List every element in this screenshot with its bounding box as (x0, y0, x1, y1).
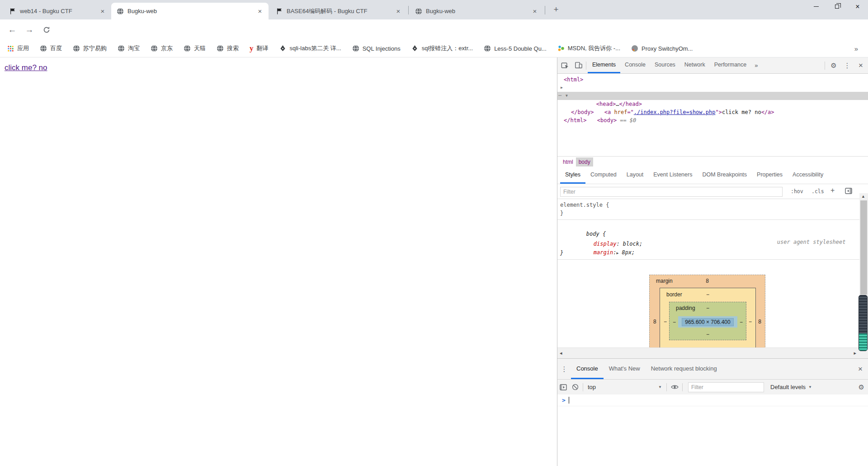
tab-event-listeners[interactable]: Event Listeners (648, 167, 697, 184)
toggle-sidebar-icon[interactable] (845, 188, 852, 195)
new-style-rule-icon[interactable]: + (830, 186, 835, 195)
tab-web14[interactable]: web14 - Bugku CTF × (4, 3, 111, 19)
border-left-value[interactable]: − (664, 319, 667, 325)
close-window-button[interactable]: × (847, 0, 868, 13)
bookmark-msdn[interactable]: MSDN, 我告诉你 -... (557, 44, 620, 52)
tab-console[interactable]: Console (620, 57, 650, 73)
tab-elements[interactable]: Elements (588, 57, 620, 73)
border-right-value[interactable]: − (749, 319, 752, 325)
box-model-content[interactable]: 965.600 × 706.400 (678, 316, 737, 328)
tree-row-body-close[interactable]: </body> (557, 108, 868, 116)
scrollbar-thumb[interactable] (860, 200, 867, 295)
bookmark-search[interactable]: 搜索 (217, 44, 239, 52)
box-model-padding[interactable]: padding − − − − 965.600 × 706.400 (669, 302, 746, 340)
cls-toggle[interactable]: .cls (811, 188, 824, 195)
tab-close-icon[interactable]: × (99, 7, 107, 15)
minimize-button[interactable] (806, 0, 826, 13)
drawer-tab-console[interactable]: Console (571, 359, 604, 379)
padding-right-value[interactable]: − (740, 319, 743, 325)
tab-layout[interactable]: Layout (622, 167, 649, 184)
drawer-menu-icon[interactable]: ⋮ (557, 365, 571, 373)
styles-filter-input[interactable] (560, 187, 783, 197)
body-rule-selector[interactable]: body { user agent stylesheet (560, 222, 859, 230)
new-tab-button[interactable]: + (550, 4, 562, 16)
devtools-close-icon[interactable]: × (854, 60, 867, 71)
back-button[interactable]: ← (5, 23, 19, 37)
box-model-margin[interactable]: margin 8 8 8 border − − − padding − − − … (649, 275, 765, 347)
css-prop-margin[interactable]: margin:▶ 8px; (567, 240, 635, 248)
more-tabs-icon[interactable]: » (751, 62, 761, 69)
apps-shortcut[interactable]: 应用 (7, 44, 29, 52)
reload-button[interactable] (40, 23, 53, 37)
live-expression-eye-icon[interactable] (669, 384, 680, 390)
console-prompt-row[interactable]: > (557, 395, 868, 406)
drawer-tab-whats-new[interactable]: What's New (604, 359, 646, 379)
tab-properties[interactable]: Properties (752, 167, 788, 184)
bookmark-suning[interactable]: 苏宁易购 (73, 44, 107, 52)
clear-console-icon[interactable] (569, 384, 581, 390)
tab-sources[interactable]: Sources (650, 57, 680, 73)
tab-close-icon[interactable]: × (256, 7, 264, 15)
tab-close-icon[interactable]: × (531, 7, 539, 15)
bookmark-taobao[interactable]: 淘宝 (118, 44, 140, 52)
gutter-dots-icon[interactable]: … (558, 90, 561, 98)
tree-row-head[interactable]: ▶ <head>…</head> (557, 84, 868, 92)
crumb-body[interactable]: body (576, 157, 593, 166)
tree-row-html-close[interactable]: </html> (557, 116, 868, 124)
crumb-html[interactable]: html (560, 157, 576, 166)
console-output-area[interactable]: > (557, 395, 868, 466)
scroll-up-icon[interactable]: ▲ (861, 194, 865, 199)
element-style-rule[interactable]: element.style { (560, 201, 609, 209)
bookmark-translate[interactable]: y 翻译 (250, 44, 269, 52)
margin-right-value[interactable]: 8 (758, 319, 761, 325)
bookmarks-overflow-icon[interactable]: » (854, 45, 858, 52)
scroll-left-icon[interactable]: ◂ (560, 350, 562, 356)
css-prop-display[interactable]: display: block; (567, 232, 642, 240)
bookmark-sql-error-injection[interactable]: sql报错注入：extr... (411, 44, 473, 52)
drawer-tab-network-blocking[interactable]: Network request blocking (646, 359, 722, 379)
bookmark-tmall[interactable]: 天猫 (184, 44, 206, 52)
tree-row-anchor[interactable]: <a href="./index.php?file=show.php">clic… (557, 100, 868, 108)
tab-performance[interactable]: Performance (710, 57, 751, 73)
tree-row-body-selected[interactable]: … ▼ <body>== $0 (557, 92, 868, 100)
tree-row-html-open[interactable]: <html> (557, 76, 868, 84)
margin-top-value[interactable]: 8 (706, 278, 709, 284)
bookmark-less5[interactable]: Less-5 Double Qu... (484, 45, 547, 52)
bookmark-sql-injections[interactable]: SQL Injections (352, 45, 401, 52)
log-levels-dropdown[interactable]: Default levels ▼ (768, 384, 815, 390)
devtools-menu-icon[interactable]: ⋮ (841, 60, 854, 71)
padding-left-value[interactable]: − (673, 319, 676, 325)
styles-horizontal-scrollbar[interactable]: ◂ ▸ (557, 347, 868, 358)
page-link-click-me[interactable]: click me? no (5, 63, 47, 72)
device-toolbar-icon[interactable] (572, 60, 585, 71)
tab-accessibility[interactable]: Accessibility (788, 167, 828, 184)
console-filter-input[interactable] (688, 382, 764, 392)
scroll-right-icon[interactable]: ▸ (854, 350, 856, 356)
console-settings-icon[interactable]: ⚙ (859, 383, 868, 391)
tab-dom-breakpoints[interactable]: DOM Breakpoints (697, 167, 752, 184)
restore-button[interactable] (826, 0, 847, 13)
tab-styles[interactable]: Styles (560, 167, 585, 184)
inspect-element-icon[interactable] (558, 60, 571, 71)
margin-left-value[interactable]: 8 (653, 319, 656, 325)
drawer-close-icon[interactable]: × (858, 365, 868, 374)
bookmark-jd[interactable]: 京东 (151, 44, 173, 52)
bookmark-proxy-switchyomega[interactable]: Proxy SwitchyOm... (631, 45, 693, 52)
tab-network[interactable]: Network (680, 57, 710, 73)
hov-toggle[interactable]: :hov (791, 188, 803, 195)
console-sidebar-toggle-icon[interactable] (557, 384, 569, 390)
tab-base64[interactable]: BASE64编码解码 - Bugku CTF × (270, 3, 407, 19)
execution-context-dropdown[interactable]: top ▼ (585, 384, 665, 390)
bookmark-baidu[interactable]: 百度 (40, 44, 62, 52)
border-top-value[interactable]: − (706, 291, 709, 298)
padding-bottom-value[interactable]: − (706, 331, 709, 338)
expand-expanded-icon[interactable]: ▼ (566, 92, 568, 100)
padding-top-value[interactable]: − (706, 305, 709, 311)
forward-button[interactable]: → (23, 23, 36, 37)
box-model-border[interactable]: border − − − padding − − − − 965.600 × 7… (660, 288, 756, 347)
devtools-settings-icon[interactable]: ⚙ (827, 60, 840, 71)
tab-computed[interactable]: Computed (585, 167, 622, 184)
bookmark-sqli-labs[interactable]: sqli-labs第二关 详... (279, 44, 341, 52)
tab-bugku-web-active[interactable]: Bugku-web × (111, 3, 269, 19)
tab-close-icon[interactable]: × (394, 7, 402, 15)
